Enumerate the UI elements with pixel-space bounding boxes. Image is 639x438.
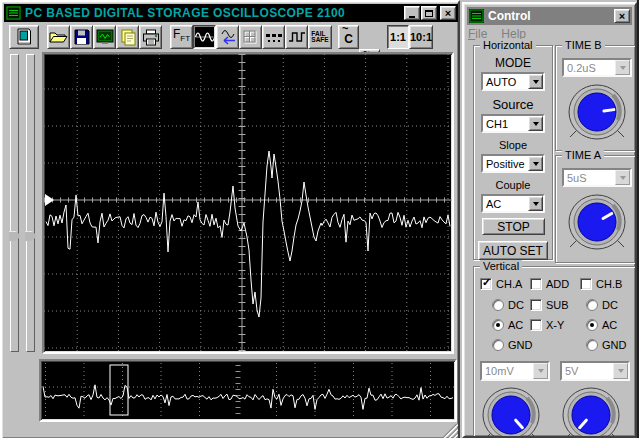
square-wave-icon [288,29,306,45]
dotted-grid-button[interactable] [262,25,285,49]
mode-dropdown-button[interactable] [528,74,543,89]
scope-view-button[interactable] [93,25,116,49]
checkbox-icon[interactable] [480,278,492,290]
ch-a-dc-radio[interactable]: DC [492,299,524,311]
single-shot-button[interactable] [216,25,239,49]
position-slider-1-thumb[interactable] [9,231,21,241]
chevron-down-icon [538,369,544,373]
time-a-knob[interactable] [564,192,630,258]
resize-grip[interactable] [440,424,458,438]
ch-a-range-select[interactable]: 10mV [480,361,550,381]
slope-dropdown-button[interactable] [528,156,543,171]
checkbox-icon[interactable] [530,278,542,290]
control-close-button[interactable]: × [614,9,630,23]
position-slider-2-thumb[interactable] [25,231,37,241]
overview-selection-box[interactable] [110,365,128,415]
couple-select[interactable]: AC [481,194,545,213]
ratio-10-1-label: 10:1 [410,31,432,43]
ch-a-range-dropdown-button[interactable] [533,363,548,379]
xy-checkbox[interactable]: X-Y [530,319,564,331]
time-a-select[interactable]: 5uS [562,168,632,187]
time-b-select[interactable]: 0.2uS [562,58,632,77]
ch-b-range-dropdown-button[interactable] [613,363,628,379]
time-b-value: 0.2uS [564,62,615,74]
radio-icon[interactable] [586,319,598,331]
time-b-group: TIME B 0.2uS [555,45,637,151]
ch-b-range-value: 5V [562,365,613,377]
sub-label: SUB [546,299,569,311]
chevron-down-icon [620,66,626,70]
dc-label: DC [508,299,524,311]
ch-a-gain-knob[interactable] [478,385,544,438]
minimize-button[interactable] [404,6,420,20]
radio-icon[interactable] [492,319,504,331]
mode-select[interactable]: AUTO [481,72,545,91]
sub-checkbox[interactable]: SUB [530,299,569,311]
slope-select[interactable]: Positive [481,154,545,173]
scope-grid-and-trace [44,54,452,352]
calibrate-c-button[interactable]: ~ C [338,25,359,49]
dashed-line-icon [265,29,283,45]
close-button[interactable]: × [440,6,456,20]
scope-screen-icon [96,29,114,45]
horizontal-group: Horizontal MODE AUTO Source CH1 Slope Po… [473,45,553,260]
open-button[interactable] [47,25,70,49]
maximize-button[interactable] [421,6,437,20]
trigger-level-marker[interactable] [45,194,54,206]
ch-b-gnd-radio[interactable]: GND [586,339,626,351]
control-window: Control × File Help Horizontal MODE AUTO… [462,2,637,438]
checkbox-icon[interactable] [530,299,542,311]
ch-a-checkbox[interactable]: CH.A [480,278,522,290]
radio-icon[interactable] [492,339,504,351]
couple-value: AC [483,198,528,210]
vertical-group-label: Vertical [480,260,522,272]
chevron-down-icon [533,122,539,126]
radio-icon[interactable] [492,299,504,311]
maximize-icon [425,10,433,17]
square-wave-button[interactable] [285,25,308,49]
grid-toggle-button[interactable] [239,25,262,49]
tilde-glyph: ~ [342,25,348,34]
app-icon [6,6,21,20]
source-select[interactable]: CH1 [481,114,545,133]
auto-set-button[interactable]: AUTO SET [478,241,548,260]
exit-icon [14,27,34,47]
vertical-group: Vertical CH.A ADD CH.B DC SUB [473,266,637,438]
ch-a-ac-radio[interactable]: AC [492,319,523,331]
ch-b-checkbox[interactable]: CH.B [580,278,622,290]
time-b-dropdown-button[interactable] [615,60,630,75]
exit-button[interactable] [9,25,39,49]
source-dropdown-button[interactable] [528,116,543,131]
position-slider-1[interactable] [10,54,19,352]
print-button[interactable] [139,25,162,49]
control-titlebar[interactable]: Control × [467,7,632,25]
xy-label: X-Y [546,319,564,331]
time-b-group-label: TIME B [562,39,605,51]
sine-display-button[interactable] [193,25,216,49]
ch-a-gnd-radio[interactable]: GND [492,339,532,351]
checkbox-icon[interactable] [580,278,592,290]
radio-icon[interactable] [586,299,598,311]
probe-1-1-button[interactable]: 1:1 [387,25,409,49]
save-button[interactable] [70,25,93,49]
time-a-dropdown-button[interactable] [615,170,630,185]
couple-label: Couple [474,179,552,191]
ch-b-gain-knob[interactable] [558,385,624,438]
sine-wave-icon [195,29,214,45]
notes-button[interactable] [116,25,139,49]
ch-b-range-select[interactable]: 5V [560,361,630,381]
fail-safe-button[interactable]: FAIL SAFE [308,25,332,49]
position-slider-2[interactable] [26,54,35,352]
time-b-knob[interactable] [564,82,630,148]
fft-button[interactable]: FFT [170,25,193,49]
couple-dropdown-button[interactable] [528,196,543,211]
add-checkbox[interactable]: ADD [530,278,569,290]
main-titlebar[interactable]: PC BASED DIGITAL STORAGE OSCILLOSCOPE 21… [4,4,458,22]
ch-b-ac-radio[interactable]: AC [586,319,617,331]
radio-icon[interactable] [586,339,598,351]
checkbox-icon[interactable] [530,319,542,331]
stop-button[interactable]: STOP [482,218,545,235]
probe-10-1-button[interactable]: 10:1 [409,25,433,49]
ch-b-dc-radio[interactable]: DC [586,299,618,311]
chevron-down-icon [618,369,624,373]
